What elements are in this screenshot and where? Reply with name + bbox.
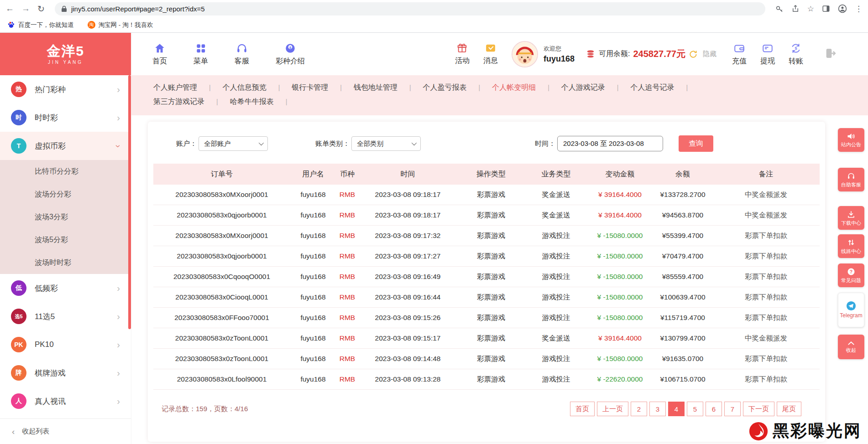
reload-icon[interactable]: ↻: [37, 4, 45, 14]
address-bar[interactable]: jiny5.com/userReport#page=2_report?idx=5: [55, 2, 765, 15]
sidebar-subitem[interactable]: 比特币分分彩: [0, 160, 131, 183]
sidebar-subitem[interactable]: 波场分分彩: [0, 183, 131, 206]
top-navigation: 首页 菜单 客服 8 彩种介绍: [131, 33, 868, 75]
nav-messages[interactable]: 消息: [483, 42, 498, 66]
sidebar-item-low-freq[interactable]: 低 低频彩 ›: [0, 274, 131, 302]
refresh-icon[interactable]: [689, 50, 698, 59]
float-self-service-button[interactable]: 自助客服: [838, 168, 864, 191]
cell-note: 彩票下单扣款: [712, 252, 820, 261]
nav-lottery-intro[interactable]: 8 彩种介绍: [276, 42, 305, 66]
nav-withdraw[interactable]: 提现: [760, 42, 775, 66]
sidebar-item-crypto-lottery[interactable]: T 虚拟币彩 ›: [0, 132, 131, 160]
menu-grid-icon: [195, 42, 207, 54]
lottery-ball-icon: 8: [284, 42, 296, 54]
sidebar-subitem[interactable]: 波场5分彩: [0, 228, 131, 251]
pagination-button[interactable]: 5: [687, 402, 703, 416]
sidebar-subitem[interactable]: 波场时时彩: [0, 251, 131, 274]
side-panel-icon[interactable]: [822, 5, 830, 13]
subnav-tab[interactable]: 个人信息预览: [223, 83, 292, 93]
nav-menu[interactable]: 菜单: [193, 42, 208, 66]
sidebar-item-board-games[interactable]: 牌 棋牌游戏 ›: [0, 359, 131, 387]
subnav-tab[interactable]: 银行卡管理: [292, 83, 354, 93]
cell-balance: ¥133728.2700: [653, 191, 712, 199]
pagination-button[interactable]: 尾页: [777, 402, 801, 416]
share-icon[interactable]: [791, 5, 800, 13]
nav-transfer[interactable]: $ 转账: [789, 42, 803, 66]
nav-label: 消息: [483, 56, 498, 66]
username: fuyu168: [544, 54, 575, 64]
float-faq-button[interactable]: ? 常见问题: [838, 263, 864, 287]
back-icon[interactable]: ←: [5, 4, 14, 14]
sidebar-item-ssc[interactable]: 时 时时彩 ›: [0, 103, 131, 132]
subnav-tab[interactable]: 钱包地址管理: [354, 83, 423, 93]
nav-home[interactable]: 首页: [152, 42, 167, 66]
sidebar-item-label: PK10: [35, 340, 54, 349]
bill-type-select[interactable]: 全部类别: [351, 136, 421, 151]
key-icon[interactable]: [775, 5, 784, 13]
sidebar-scrollbar[interactable]: [128, 75, 131, 329]
float-collapse-button[interactable]: 收起: [838, 335, 864, 359]
subnav-tab[interactable]: 个人账户管理: [153, 83, 223, 93]
sidebar-item-pk10[interactable]: PK PK10 ›: [0, 330, 131, 359]
query-button[interactable]: 查询: [679, 135, 713, 152]
collapse-label: 收起列表: [22, 427, 49, 436]
cell-operation-type: 彩票游戏: [457, 313, 525, 323]
subnav-tab[interactable]: 个人追号记录: [630, 83, 700, 93]
low-freq-icon: 低: [11, 280, 26, 296]
float-label: 下载中心: [841, 220, 861, 226]
float-download-button[interactable]: 下载中心: [838, 206, 864, 230]
subnav-tab[interactable]: 哈希牛牛报表: [230, 97, 299, 107]
cell-username: fuyu168: [290, 314, 336, 322]
sidebar-subitem[interactable]: 波场3分彩: [0, 206, 131, 228]
bank-card-icon: [762, 42, 774, 54]
forward-icon[interactable]: →: [21, 4, 30, 14]
cell-note: 彩票下单扣款: [712, 375, 820, 384]
cell-balance: ¥115719.4700: [653, 314, 712, 322]
subnav-tab[interactable]: 第三方游戏记录: [153, 97, 230, 107]
table-row: 202303080583x0CiooqL0001 fuyu168 RMB 202…: [153, 287, 820, 308]
sidebar-item-live-video[interactable]: 人 真人视讯 ›: [0, 387, 131, 415]
select-chevron-icon: [412, 140, 417, 145]
nav-recharge[interactable]: 充值: [732, 42, 747, 66]
collapse-sidebar-button[interactable]: ‹ 收起列表: [0, 418, 131, 444]
pagination-button[interactable]: 7: [724, 402, 741, 416]
subnav-tab[interactable]: 个人帐变明细: [492, 83, 561, 93]
question-icon: ?: [847, 268, 855, 276]
hide-balance-button[interactable]: 隐藏: [703, 50, 716, 58]
account-select[interactable]: 全部账户: [199, 136, 268, 151]
pagination-button[interactable]: 上一页: [597, 402, 628, 416]
cell-order-number: 202303080583x0Lfool90001: [153, 375, 290, 383]
pagination-button[interactable]: 6: [706, 402, 722, 416]
report-panel: 账户： 全部账户 账单类别： 全部类别 时间： 查询 订单号 用户名 币种 时间: [148, 122, 825, 442]
pagination-button[interactable]: 首页: [570, 402, 595, 416]
float-announcement-button[interactable]: 站内公告: [838, 128, 864, 152]
pagination-button[interactable]: 2: [631, 402, 647, 416]
pagination-button[interactable]: 下一页: [743, 402, 774, 416]
bookmark-baidu[interactable]: 百度一下，你就知道: [7, 21, 74, 29]
nav-activity[interactable]: 活动: [455, 42, 470, 66]
float-route-center-button[interactable]: 线路中心: [838, 234, 864, 258]
user-avatar[interactable]: [512, 41, 538, 67]
bookmark-taobao[interactable]: 淘 淘宝网 - 淘！我喜欢: [88, 21, 153, 29]
subnav-row-1: 个人账户管理个人信息预览银行卡管理钱包地址管理个人盈亏报表个人帐变明细个人游戏记…: [153, 81, 859, 95]
nav-label: 菜单: [193, 57, 208, 66]
subnav-tab[interactable]: 个人游戏记录: [561, 83, 631, 93]
nav-customer-service[interactable]: 客服: [235, 42, 249, 66]
sidebar-item-hot-lottery[interactable]: 热 热门彩种 ›: [0, 75, 131, 103]
cell-change-amount: ¥ 39164.4000: [587, 334, 653, 342]
float-telegram-button[interactable]: Telegram: [838, 293, 864, 327]
nav-label: 活动: [455, 56, 470, 66]
cell-order-number: 202303080583x0zToonL0001: [153, 334, 290, 342]
bookmark-star-icon[interactable]: ☆: [807, 4, 814, 14]
account-select-value: 全部账户: [204, 139, 230, 148]
pagination-button[interactable]: 4: [668, 402, 685, 416]
subnav-tab[interactable]: 个人盈亏报表: [423, 83, 492, 93]
logout-button[interactable]: [824, 47, 837, 62]
site-logo[interactable]: 金洋5 JIN YANG: [0, 33, 131, 75]
pagination-button[interactable]: 3: [649, 402, 666, 416]
sidebar-item-11x5[interactable]: 选5 11选5 ›: [0, 302, 131, 330]
menu-dots-icon[interactable]: ⋮: [855, 4, 863, 14]
watermark-text: 黑彩曝光网: [773, 420, 862, 442]
profile-icon[interactable]: [838, 4, 847, 13]
date-range-input[interactable]: [557, 136, 663, 151]
